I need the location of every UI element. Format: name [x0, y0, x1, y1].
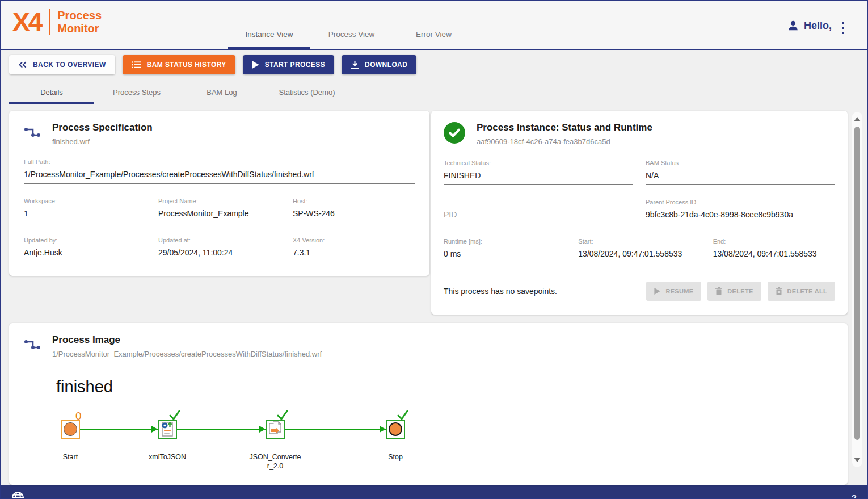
- updated-at-value: 29/05/2024, 11:00:24: [158, 248, 280, 258]
- start-node-badge: 0: [75, 410, 82, 422]
- node-label-json-converter: JSON_Converter_2.0: [249, 453, 301, 471]
- scroll-down-arrow-icon[interactable]: [854, 458, 861, 462]
- technical-status-label: Technical Status:: [444, 160, 633, 167]
- diagram-node-start[interactable]: 0 Start: [61, 420, 80, 439]
- x4-version-value: 7.3.1: [293, 248, 415, 258]
- vertical-scrollbar[interactable]: [852, 112, 862, 467]
- field-runtime: Runtime [ms]: 0 ms: [444, 238, 566, 263]
- field-host: Host: SP-WS-246: [293, 198, 415, 223]
- parent-process-id-label: Parent Process ID: [646, 199, 835, 206]
- field-updated-by: Updated by: Antje.Husk: [24, 237, 146, 262]
- tab-error-view[interactable]: Error View: [393, 22, 475, 50]
- list-icon: [132, 61, 141, 69]
- process-diagram-name: finished: [56, 378, 833, 396]
- delete-button[interactable]: DELETE: [707, 282, 761, 301]
- resume-button[interactable]: RESUME: [646, 282, 701, 301]
- spec-card-title: Process Specification: [52, 122, 153, 133]
- delete-all-label: DELETE ALL: [787, 288, 827, 295]
- globe-icon[interactable]: [11, 491, 24, 499]
- image-card-path: 1/ProcessMonitor_Example/Processes/creat…: [52, 350, 322, 358]
- play-icon: [654, 288, 660, 295]
- check-icon: [277, 410, 288, 420]
- subtab-details[interactable]: Details: [9, 82, 94, 104]
- process-instance-card: Process Instance: Status and Runtime aaf…: [431, 111, 848, 315]
- download-button[interactable]: DOWNLOAD: [342, 55, 416, 74]
- resume-label: RESUME: [665, 288, 693, 295]
- technical-status-value: FINISHED: [444, 171, 633, 181]
- bam-status-history-button[interactable]: BAM STATUS HISTORY: [123, 55, 235, 74]
- node-label-start: Start: [44, 453, 96, 462]
- back-to-overview-label: BACK TO OVERVIEW: [33, 61, 106, 69]
- tab-instance-view[interactable]: Instance View: [228, 22, 310, 50]
- spec-card-subtitle: finished.wrf: [52, 137, 153, 146]
- instance-id: aaf90609-18cf-4c26-a74a-fea3b7d6ca5d: [477, 137, 652, 146]
- main-content: BACK TO OVERVIEW BAM STATUS HISTORY STAR…: [1, 50, 867, 485]
- check-icon: [397, 410, 408, 420]
- host-value: SP-WS-246: [293, 209, 415, 219]
- field-project-name: Project Name: ProcessMonitor_Example: [158, 198, 280, 223]
- process-image-card: Process Image 1/ProcessMonitor_Example/P…: [9, 323, 848, 485]
- diagram-node-json-converter[interactable]: JSON_Converter_2.0: [266, 420, 285, 439]
- detail-tabs: Details Process Steps BAM Log Statistics…: [1, 82, 867, 104]
- bam-status-value: N/A: [646, 171, 835, 181]
- kebab-menu-icon[interactable]: [838, 22, 848, 34]
- field-parent-process-id: Parent Process ID 9bfc3c8b-21da-4c0e-899…: [646, 199, 835, 224]
- full-path-label: Full Path:: [24, 158, 415, 166]
- app-logo: X4 Process Monitor: [12, 9, 102, 35]
- node-label-xmltojson: xmlToJSON: [141, 453, 193, 462]
- action-toolbar: BACK TO OVERVIEW BAM STATUS HISTORY STAR…: [1, 50, 867, 74]
- scrollbar-thumb[interactable]: [854, 127, 860, 440]
- help-button[interactable]: ?: [852, 493, 857, 499]
- delete-all-button[interactable]: DELETE ALL: [768, 282, 835, 301]
- subtab-process-steps[interactable]: Process Steps: [94, 82, 179, 104]
- greeting-text: Hello,: [804, 20, 832, 32]
- field-pid: PID: [444, 199, 633, 224]
- trash-x-icon: [776, 287, 782, 295]
- start-process-button[interactable]: START PROCESS: [243, 55, 334, 74]
- start-event-icon: [64, 422, 77, 436]
- scroll-up-arrow-icon[interactable]: [854, 117, 861, 121]
- flow-edge: [285, 429, 386, 430]
- main-view-tabs: Instance View Process View Error View: [228, 22, 475, 50]
- xml-to-json-task-icon: [161, 421, 174, 437]
- trash-icon: [715, 287, 722, 295]
- field-updated-at: Updated at: 29/05/2024, 11:00:24: [158, 237, 280, 262]
- app-title-line1: Process: [57, 9, 102, 22]
- host-label: Host:: [293, 198, 415, 205]
- play-icon: [252, 61, 259, 69]
- updated-at-label: Updated at:: [158, 237, 280, 244]
- field-full-path: Full Path: 1/ProcessMonitor_Example/Proc…: [24, 158, 415, 184]
- pid-floating-label: PID: [444, 210, 633, 220]
- workspace-value: 1: [24, 209, 146, 219]
- back-to-overview-button[interactable]: BACK TO OVERVIEW: [9, 55, 115, 74]
- runtime-value: 0 ms: [444, 249, 566, 259]
- process-connector-icon: [24, 125, 41, 141]
- full-path-value: 1/ProcessMonitor_Example/Processes/creat…: [24, 170, 415, 179]
- user-greeting: Hello,: [787, 19, 832, 32]
- workspace-label: Workspace:: [24, 198, 146, 205]
- savepoints-message: This process has no savepoints.: [444, 287, 557, 296]
- end-time-value: 13/08/2024, 09:47:01.558533: [713, 249, 835, 259]
- tab-process-view[interactable]: Process View: [310, 22, 393, 50]
- process-diagram: 0 Start: [24, 409, 833, 471]
- user-icon: [787, 19, 799, 32]
- updated-by-label: Updated by:: [24, 237, 146, 244]
- bam-status-history-label: BAM STATUS HISTORY: [147, 61, 226, 69]
- updated-by-value: Antje.Husk: [24, 248, 146, 258]
- check-icon: [169, 410, 180, 420]
- field-workspace: Workspace: 1: [24, 198, 146, 223]
- start-time-value: 13/08/2024, 09:47:01.558533: [578, 249, 700, 259]
- download-icon: [351, 61, 359, 69]
- start-time-label: Start:: [578, 238, 700, 245]
- instance-card-title: Process Instance: Status and Runtime: [477, 122, 652, 133]
- end-time-label: End:: [713, 238, 835, 245]
- download-label: DOWNLOAD: [365, 61, 407, 69]
- flow-edge: [80, 429, 158, 430]
- subtab-statistics[interactable]: Statistics (Demo): [264, 82, 349, 104]
- status-success-icon: [444, 122, 465, 144]
- subtab-bam-log[interactable]: BAM Log: [179, 82, 264, 104]
- diagram-node-xmltojson[interactable]: xmlToJSON: [158, 420, 177, 439]
- diagram-node-stop[interactable]: Stop: [386, 420, 405, 439]
- flow-edge: [177, 429, 266, 430]
- field-x4-version: X4 Version: 7.3.1: [293, 237, 415, 262]
